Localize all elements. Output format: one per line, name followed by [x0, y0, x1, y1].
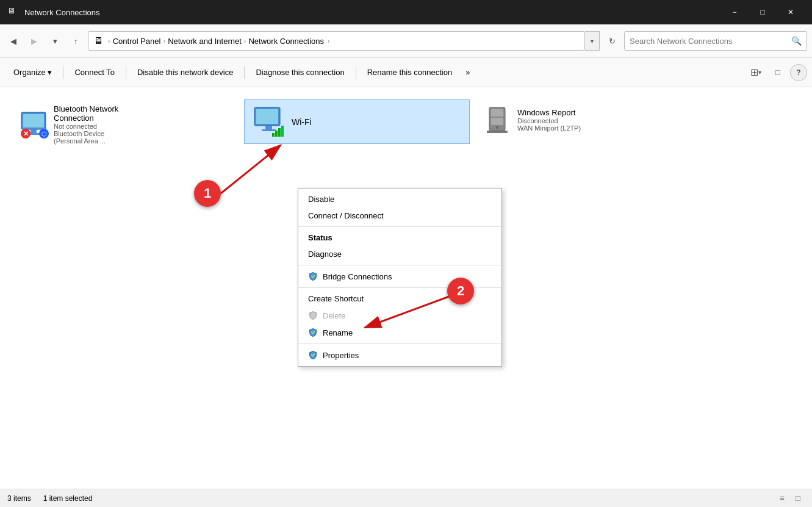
wifi-icon: [252, 105, 286, 138]
address-dropdown-button[interactable]: ▾: [585, 31, 600, 51]
svg-rect-18: [491, 118, 503, 125]
bluetooth-desc: Bluetooth Device (Personal Area ...: [54, 130, 133, 145]
ctx-sep-4: [298, 343, 501, 344]
bluetooth-icon-wrap: ✕ ⬡: [18, 109, 49, 140]
connect-to-button[interactable]: Connect To: [66, 60, 123, 85]
diagnose-button[interactable]: Diagnose this connection: [247, 60, 353, 85]
more-options-button[interactable]: »: [461, 60, 475, 85]
ctx-delete: Delete: [298, 307, 501, 324]
svg-rect-14: [278, 128, 281, 137]
wifi-icon-wrap: [252, 105, 286, 138]
windows-report-icon: [482, 104, 512, 135]
app-icon: 🖥: [7, 6, 20, 18]
svg-text:⬡: ⬡: [41, 131, 47, 137]
breadcrumb-control-panel[interactable]: Control Panel: [113, 37, 161, 46]
svg-rect-9: [256, 109, 278, 124]
recent-locations-button[interactable]: ▾: [46, 32, 63, 49]
toolbar-right: ⊞▾ □ ?: [746, 64, 807, 81]
svg-rect-12: [272, 133, 275, 137]
breadcrumb-network-internet[interactable]: Network and Internet: [168, 37, 242, 46]
shield-icon-bridge: [308, 271, 318, 281]
ctx-sep-1: [298, 226, 501, 227]
rename-button[interactable]: Rename this connection: [359, 60, 461, 85]
svg-rect-1: [23, 114, 44, 128]
back-button[interactable]: ◀: [5, 32, 22, 49]
ctx-rename[interactable]: Rename: [298, 324, 501, 341]
wifi-connection-item[interactable]: Wi-Fi: [244, 99, 470, 144]
search-box: 🔍: [624, 31, 807, 51]
window-title: Network Connections: [24, 8, 720, 17]
windows-report-desc: WAN Miniport (L2TP): [517, 124, 581, 132]
context-menu: Disable Connect / Disconnect Status Diag…: [298, 188, 502, 367]
status-view-controls: ≡ □: [775, 492, 805, 505]
search-input[interactable]: [630, 37, 791, 46]
ctx-sep-2: [298, 265, 501, 265]
svg-text:✕: ✕: [23, 130, 29, 137]
annotation-1: 1: [194, 180, 221, 207]
svg-rect-2: [31, 129, 37, 133]
organize-button[interactable]: Organize ▾: [5, 60, 60, 85]
svg-rect-15: [281, 126, 284, 137]
toolbar-separator-3: [244, 67, 245, 79]
svg-rect-17: [491, 109, 503, 117]
window-controls: − □ ✕: [720, 0, 805, 24]
svg-point-19: [496, 126, 498, 129]
large-view-button[interactable]: □: [791, 492, 805, 505]
address-bar: ◀ ▶ ▾ ↑ 🖥 › Control Panel › Network and …: [0, 24, 812, 58]
windows-report-item[interactable]: Windows Report Disconnected WAN Miniport…: [476, 99, 622, 140]
windows-report-status: Disconnected: [517, 117, 581, 124]
bluetooth-name: Bluetooth Network Connection: [54, 104, 153, 123]
shield-icon-rename: [308, 328, 318, 337]
ctx-connect-disconnect[interactable]: Connect / Disconnect: [298, 207, 501, 224]
bluetooth-status: Not connected: [54, 123, 153, 130]
maximize-button[interactable]: □: [749, 0, 777, 24]
toolbar-separator-1: [63, 67, 63, 79]
bluetooth-icon: ✕ ⬡: [18, 109, 49, 140]
toolbar: Organize ▾ Connect To Disable this netwo…: [0, 58, 812, 87]
help-button[interactable]: ?: [790, 64, 807, 81]
bluetooth-connection-item[interactable]: ✕ ⬡ Bluetooth Network Connection Not con…: [12, 99, 159, 149]
control-panel-icon: 🖥: [93, 35, 103, 46]
wifi-name: Wi-Fi: [292, 117, 312, 127]
windows-report-icon-wrap: [482, 104, 512, 135]
svg-rect-10: [265, 126, 272, 129]
status-bar: 3 items 1 item selected ≡ □: [0, 489, 812, 507]
shield-icon-delete: [308, 311, 318, 320]
view-options-button[interactable]: ⊞▾: [746, 64, 766, 81]
disable-button[interactable]: Disable this network device: [129, 60, 242, 85]
svg-rect-20: [487, 131, 508, 133]
shield-icon-properties: [308, 350, 318, 360]
windows-report-name: Windows Report: [517, 108, 581, 117]
toolbar-separator-2: [126, 67, 126, 79]
main-content: ✕ ⬡ Bluetooth Network Connection Not con…: [0, 87, 812, 489]
svg-rect-11: [262, 129, 276, 131]
breadcrumb-network-connections[interactable]: Network Connections: [248, 37, 324, 46]
layout-button[interactable]: □: [768, 64, 788, 81]
forward-button[interactable]: ▶: [26, 32, 43, 49]
list-view-button[interactable]: ≡: [775, 492, 789, 505]
selected-count: 1 item selected: [43, 494, 93, 503]
ctx-diagnose[interactable]: Diagnose: [298, 246, 501, 262]
breadcrumb: 🖥 › Control Panel › Network and Internet…: [88, 31, 585, 51]
annotation-2: 2: [447, 278, 474, 304]
titlebar: 🖥 Network Connections − □ ✕: [0, 0, 812, 24]
refresh-button[interactable]: ↻: [603, 32, 620, 49]
search-icon: 🔍: [791, 36, 802, 46]
svg-rect-13: [275, 131, 278, 137]
toolbar-separator-4: [356, 67, 356, 79]
ctx-status[interactable]: Status: [298, 229, 501, 246]
ctx-disable[interactable]: Disable: [298, 191, 501, 207]
items-count: 3 items: [7, 494, 31, 503]
ctx-properties[interactable]: Properties: [298, 347, 501, 364]
up-button[interactable]: ↑: [67, 32, 84, 49]
close-button[interactable]: ✕: [777, 0, 805, 24]
minimize-button[interactable]: −: [720, 0, 749, 24]
